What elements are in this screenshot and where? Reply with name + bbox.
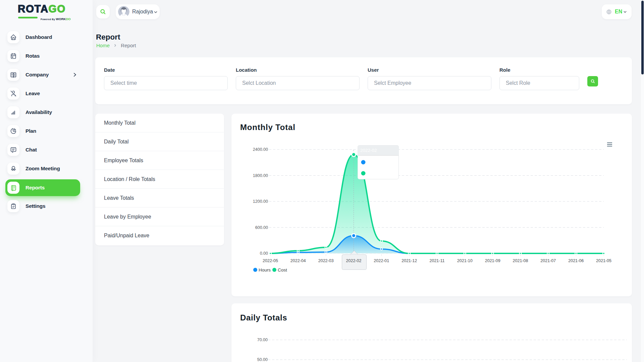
svg-text:1800.00: 1800.00 — [253, 173, 268, 178]
svg-text:2021-05: 2021-05 — [596, 258, 611, 263]
svg-text:Hours: Hours — [259, 267, 271, 273]
svg-text:2022-03: 2022-03 — [318, 258, 334, 263]
svg-text:2021-08: 2021-08 — [513, 258, 528, 263]
svg-text:0.00: 0.00 — [260, 251, 268, 256]
svg-text:50.00: 50.00 — [257, 357, 268, 362]
svg-text:2022-05: 2022-05 — [263, 258, 278, 263]
svg-text:2400.00: 2400.00 — [253, 147, 268, 152]
svg-text:2021-09: 2021-09 — [485, 258, 500, 263]
svg-text:70.00: 70.00 — [257, 338, 268, 342]
svg-text:2022-01: 2022-01 — [374, 258, 389, 263]
svg-text:2021-07: 2021-07 — [540, 258, 556, 263]
svg-text:2021-12: 2021-12 — [401, 258, 417, 263]
svg-text:2021-10: 2021-10 — [457, 258, 473, 263]
svg-text:2021-06: 2021-06 — [568, 258, 584, 263]
svg-text:1200.00: 1200.00 — [253, 199, 268, 204]
svg-text:Cost: Cost — [278, 267, 287, 273]
svg-text:2022-02: 2022-02 — [360, 148, 377, 153]
svg-text:2022-04: 2022-04 — [290, 258, 306, 263]
svg-text:2022-02: 2022-02 — [346, 258, 362, 263]
svg-text:600.00: 600.00 — [255, 225, 268, 230]
svg-text:2021-11: 2021-11 — [430, 258, 445, 263]
